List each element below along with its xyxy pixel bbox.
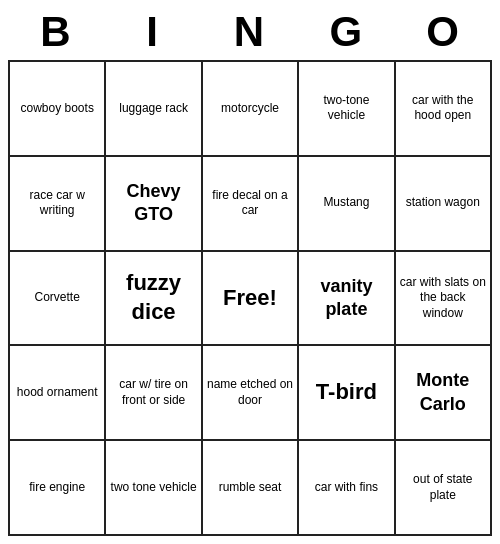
cell-10: Corvette [10,252,106,347]
cell-9: station wagon [396,157,492,252]
cell-17: name etched on door [203,346,299,441]
cell-11: fuzzy dice [106,252,202,347]
cell-0: cowboy boots [10,62,106,157]
title-b: B [12,8,100,56]
cell-18: T-bird [299,346,395,441]
cell-8: Mustang [299,157,395,252]
cell-1: luggage rack [106,62,202,157]
cell-22: rumble seat [203,441,299,536]
cell-13: vanity plate [299,252,395,347]
bingo-title: B I N G O [8,8,492,56]
cell-6: Chevy GTO [106,157,202,252]
title-o: O [400,8,488,56]
title-g: G [303,8,391,56]
title-n: N [206,8,294,56]
bingo-grid: cowboy bootsluggage rackmotorcycletwo-to… [8,60,492,536]
cell-2: motorcycle [203,62,299,157]
cell-3: two-tone vehicle [299,62,395,157]
title-i: I [109,8,197,56]
cell-7: fire decal on a car [203,157,299,252]
cell-23: car with fins [299,441,395,536]
cell-14: car with slats on the back window [396,252,492,347]
cell-19: Monte Carlo [396,346,492,441]
cell-4: car with the hood open [396,62,492,157]
cell-24: out of state plate [396,441,492,536]
cell-12: Free! [203,252,299,347]
cell-20: fire engine [10,441,106,536]
cell-16: car w/ tire on front or side [106,346,202,441]
cell-21: two tone vehicle [106,441,202,536]
cell-15: hood ornament [10,346,106,441]
cell-5: race car w writing [10,157,106,252]
